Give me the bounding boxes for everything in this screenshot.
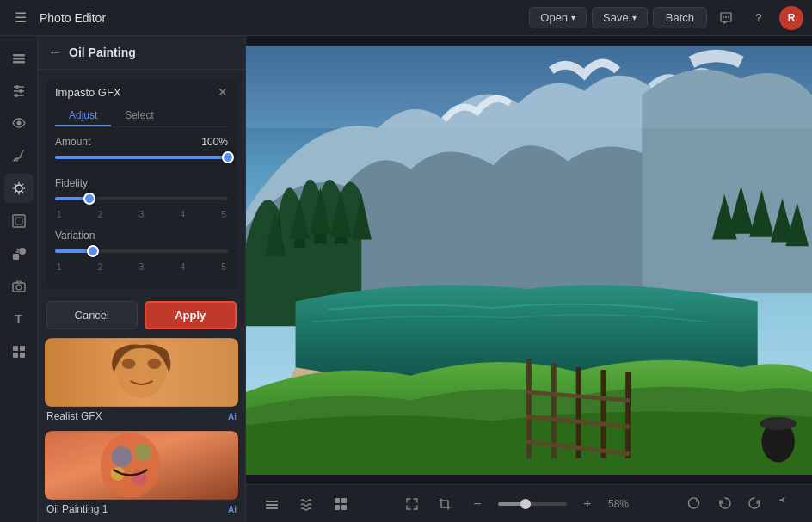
expand-btn[interactable] [400,492,424,516]
amount-slider-thumb[interactable] [222,151,234,163]
svg-point-1 [725,16,727,18]
realist-thumb-svg [45,338,238,407]
presets-icon [11,344,27,359]
topbar-center: Open ▾ Save ▾ Batch [529,7,707,28]
sidebar-text-btn[interactable]: T [4,304,34,334]
undo-btn[interactable] [712,492,736,516]
save-button[interactable]: Save ▾ [592,7,648,28]
fidelity-dot-1: 1 [57,210,62,219]
adjust-toolbar-icon [298,496,314,512]
bottom-right [681,492,798,516]
amount-slider-track[interactable] [55,156,228,159]
svg-rect-3 [13,54,25,57]
filter-item-realist[interactable]: Realist GFX Ai [45,338,238,426]
zoom-label: 58% [608,498,634,510]
variation-slider-wrapper[interactable] [55,245,228,261]
svg-rect-58 [246,46,812,128]
panel: ← Oil Painting Impasto GFX ✕ Adjust Sele… [38,36,246,522]
svg-point-56 [760,417,797,430]
sidebar-brush-btn[interactable] [4,141,34,170]
bottom-center: − + 58% [400,492,634,516]
sidebar-frames-btn[interactable] [4,206,34,236]
variation-slider-thumb[interactable] [87,245,99,257]
zoom-out-btn[interactable]: − [465,492,489,516]
camera-icon [11,279,27,294]
avatar[interactable]: R [779,6,803,30]
icon-sidebar: T [0,36,38,522]
svg-rect-60 [266,504,278,506]
svg-rect-36 [45,431,238,500]
svg-rect-23 [13,353,18,358]
impasto-card: Impasto GFX ✕ Adjust Select Amount 100% [46,78,237,289]
amount-slider-wrapper[interactable] [55,151,228,167]
topbar-left: ☰ Photo Editor [9,6,522,30]
layers-toolbar-btn[interactable] [260,492,284,516]
svg-rect-4 [13,58,25,60]
back-button[interactable]: ← [48,45,62,60]
grid-toolbar-btn[interactable] [329,492,353,516]
zoom-slider[interactable] [498,502,567,506]
sidebar-effects-btn[interactable] [4,174,34,203]
filter-item-oil1[interactable]: Oil Painting 1 Ai [45,431,238,519]
svg-rect-16 [13,254,19,260]
hamburger-button[interactable]: ☰ [9,6,33,30]
fidelity-slider-thumb[interactable] [83,193,95,205]
variation-dot-5: 5 [221,262,226,272]
sidebar-eye-btn[interactable] [4,108,34,138]
tab-adjust[interactable]: Adjust [55,106,111,126]
svg-rect-65 [341,505,347,510]
svg-rect-24 [20,353,25,358]
crop-btn[interactable] [433,492,457,516]
amount-control: Amount 100% [55,136,228,167]
cancel-button[interactable]: Cancel [46,301,138,329]
fidelity-slider-track[interactable] [55,197,228,200]
svg-rect-59 [266,501,278,502]
filter-thumb-realist [45,338,238,407]
svg-rect-61 [266,507,278,509]
zoom-in-btn[interactable]: + [575,492,600,516]
rotate-ccw-btn[interactable] [774,492,798,516]
sidebar-layers-btn[interactable] [4,43,34,72]
svg-rect-52 [576,367,581,458]
redo-icon [748,497,762,511]
help-button[interactable]: ? [747,6,771,30]
svg-point-11 [15,94,18,97]
impasto-header: Impasto GFX ✕ [55,85,228,99]
svg-point-2 [728,16,729,18]
batch-button[interactable]: Batch [653,7,707,28]
svg-point-9 [19,89,22,93]
sidebar-shapes-btn[interactable] [4,239,34,268]
variation-dot-1: 1 [57,262,62,272]
chat-icon-button[interactable] [714,6,738,30]
amount-value: 100% [201,136,228,148]
sidebar-presets-btn[interactable] [4,337,34,366]
svg-rect-14 [13,215,25,227]
filter-label-bar-realist: Realist GFX Ai [45,407,238,426]
svg-rect-29 [45,338,238,407]
sidebar-camera-btn[interactable] [4,272,34,301]
tab-select[interactable]: Select [111,106,167,126]
oil1-thumb-svg [45,431,238,500]
adjust-toolbar-btn[interactable] [294,492,318,516]
variation-slider-track[interactable] [55,249,228,253]
undo-icon [717,497,731,511]
open-button[interactable]: Open ▾ [529,7,587,28]
fidelity-slider-wrapper[interactable] [55,193,228,208]
ai-badge-realist: Ai [228,412,237,421]
shapes-icon [11,246,27,261]
rotate-cw-icon [686,497,700,511]
filter-list: Realist GFX Ai [38,338,245,522]
zoom-thumb[interactable] [520,499,531,509]
svg-point-12 [16,121,21,126]
apply-button[interactable]: Apply [145,301,237,329]
rotate-cw-btn[interactable] [681,492,705,516]
canvas-main [246,36,812,484]
fidelity-row: Fidelity [55,177,228,189]
svg-rect-54 [625,372,631,458]
sidebar-adjustments-btn[interactable] [4,76,34,105]
filter-name-oil1: Oil Painting 1 [46,503,108,515]
redo-btn[interactable] [743,492,767,516]
impasto-close-button[interactable]: ✕ [218,85,228,99]
svg-point-7 [15,85,19,89]
variation-control: Variation 1 2 3 4 5 [55,230,228,272]
